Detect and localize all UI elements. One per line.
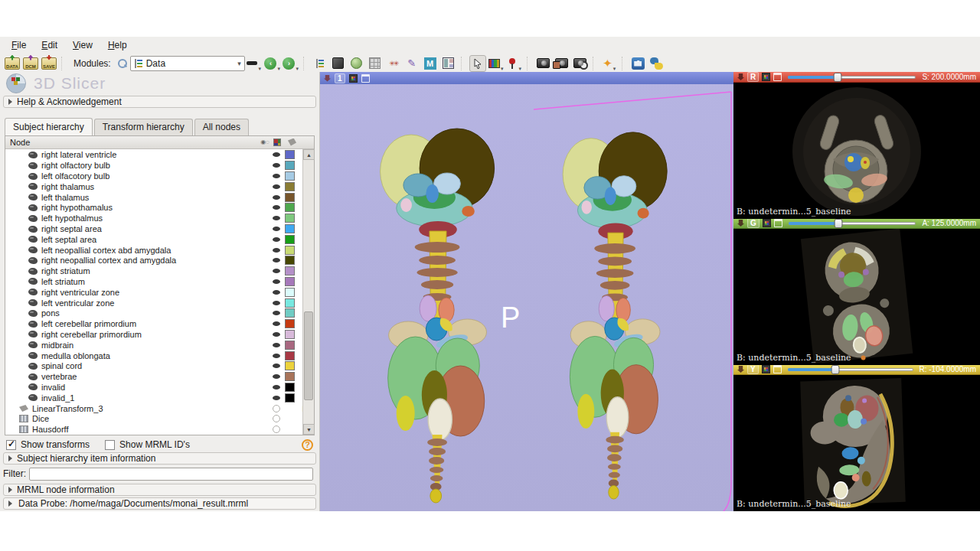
tree-row[interactable]: medulla oblongata <box>5 350 314 361</box>
mrml-node-information-section[interactable]: MRML node information <box>3 484 316 496</box>
visibility-eye-icon[interactable] <box>270 425 283 433</box>
tab-transform-hierarchy[interactable]: Transform hierarchy <box>94 119 193 135</box>
tree-row[interactable]: left septal area <box>5 234 314 245</box>
color-swatch[interactable] <box>285 203 295 212</box>
python-console-button[interactable] <box>648 55 665 72</box>
color-swatch[interactable] <box>285 150 295 159</box>
green-slice-viewport[interactable]: B: undetermin...5_baseline <box>733 229 980 365</box>
visibility-eye-icon[interactable] <box>270 321 283 326</box>
color-swatch[interactable] <box>285 361 295 370</box>
tree-row[interactable]: Dice <box>5 413 314 424</box>
color-swatch[interactable] <box>285 171 295 181</box>
module-back-button[interactable]: ‹▾ <box>264 55 281 72</box>
data-probe-section[interactable]: Data Probe: /home/maga/Documents/monai_r… <box>3 497 316 510</box>
markups-button[interactable]: ✳✳ <box>385 55 402 72</box>
color-swatch[interactable] <box>285 414 295 423</box>
visibility-eye-icon[interactable] <box>270 311 283 315</box>
visibility-eye-icon[interactable] <box>270 405 283 412</box>
visibility-eye-icon[interactable] <box>270 354 283 358</box>
slider-handle[interactable] <box>834 73 842 82</box>
color-swatch[interactable] <box>285 372 295 381</box>
show-mrml-ids-checkbox[interactable] <box>105 440 115 450</box>
visibility-eye-icon[interactable] <box>270 290 283 295</box>
menu-help[interactable]: Help <box>101 38 134 52</box>
color-swatch[interactable] <box>285 298 295 308</box>
yellow-slice-view[interactable]: Y R: -104.0000mm <box>733 364 980 510</box>
tree-row[interactable]: Hausdorff <box>5 424 314 434</box>
tree-row[interactable]: right septal area <box>5 223 314 234</box>
transform-column-icon[interactable] <box>288 139 296 146</box>
visibility-eye-icon[interactable] <box>270 374 283 379</box>
data-module-button[interactable] <box>312 55 328 72</box>
add-data-button[interactable]: DATA <box>4 55 21 72</box>
tree-row[interactable]: invalid <box>5 382 314 393</box>
tree-row[interactable]: left striatum <box>5 276 314 287</box>
pin-icon[interactable] <box>737 366 744 373</box>
place-point-button[interactable]: ▾ <box>506 55 523 72</box>
yellow-slice-viewport[interactable]: B: undetermin...5_baseline <box>733 375 980 511</box>
monai-module-button[interactable]: M <box>422 55 439 72</box>
visibility-eye-icon[interactable] <box>270 195 283 200</box>
visibility-eye-icon[interactable] <box>270 216 283 220</box>
module-history-button[interactable]: ▾ <box>246 55 263 72</box>
module-search-icon[interactable] <box>117 58 127 68</box>
maximize-view-icon[interactable] <box>774 219 782 227</box>
color-swatch[interactable] <box>285 266 295 276</box>
visibility-eye-icon[interactable] <box>270 415 283 422</box>
crosshair-color-button[interactable]: ▾ <box>488 55 505 72</box>
visibility-eye-icon[interactable] <box>270 301 283 305</box>
color-swatch[interactable] <box>285 161 295 170</box>
visibility-eye-icon[interactable] <box>270 205 283 210</box>
view-link-icon[interactable] <box>762 365 770 373</box>
visibility-eye-icon[interactable] <box>270 332 283 337</box>
color-swatch[interactable] <box>285 319 295 328</box>
tab-all-nodes[interactable]: All nodes <box>194 119 249 135</box>
yellow-slice-offset-slider[interactable] <box>788 366 913 373</box>
visibility-eye-icon[interactable] <box>270 163 283 168</box>
crosshair-button[interactable]: ✦▾ <box>601 55 618 72</box>
layout-selector-button[interactable] <box>440 55 457 72</box>
visibility-eye-icon[interactable] <box>270 237 283 242</box>
visibility-eye-icon[interactable] <box>270 152 283 157</box>
color-swatch[interactable] <box>285 277 295 286</box>
color-swatch[interactable] <box>285 224 295 233</box>
pin-icon[interactable] <box>737 220 744 227</box>
maximize-view-icon[interactable] <box>773 365 782 373</box>
color-swatch[interactable] <box>285 351 295 360</box>
tree-row[interactable]: spinal cord <box>5 360 314 371</box>
tree-row[interactable]: right ventricular zone <box>5 287 314 298</box>
visibility-eye-icon[interactable] <box>270 258 283 262</box>
color-swatch[interactable] <box>285 288 295 297</box>
models-button[interactable] <box>367 55 384 72</box>
view-link-icon[interactable] <box>349 74 358 83</box>
visibility-eye-icon[interactable] <box>270 364 283 368</box>
save-button[interactable]: SAVE <box>41 55 57 72</box>
tree-row[interactable]: LinearTransform_3 <box>5 403 314 414</box>
tree-row[interactable]: right striatum <box>5 266 314 276</box>
scene-views-button[interactable] <box>554 55 570 72</box>
maximize-view-icon[interactable] <box>773 73 782 81</box>
tree-row[interactable]: left hypothalmus <box>5 213 314 223</box>
tree-row[interactable]: left neopallial cortex abd amygdala <box>5 245 314 256</box>
tree-row[interactable]: pons <box>5 308 314 318</box>
color-swatch[interactable] <box>285 246 295 255</box>
color-swatch[interactable] <box>285 341 295 350</box>
view-link-icon[interactable] <box>763 219 771 227</box>
red-slice-offset-slider[interactable] <box>788 73 916 81</box>
green-slice-offset-slider[interactable] <box>789 220 916 227</box>
color-column-icon[interactable] <box>273 139 281 146</box>
scene-view-restore-button[interactable] <box>572 55 589 72</box>
color-swatch[interactable] <box>285 214 295 223</box>
color-swatch[interactable] <box>285 182 295 191</box>
tree-row[interactable]: right neopallial cortex and amygdala <box>5 256 314 266</box>
slider-handle[interactable] <box>834 219 842 228</box>
pin-icon[interactable] <box>324 75 331 82</box>
tree-row[interactable]: left cerebellar primordium <box>5 318 314 329</box>
color-swatch[interactable] <box>285 393 295 403</box>
module-forward-button[interactable]: ›▾ <box>283 55 299 72</box>
green-slice-view[interactable]: G A: 125.0000mm <box>733 218 980 364</box>
red-slice-view[interactable]: R S: 200.0000mm <box>733 72 980 218</box>
tree-row[interactable]: right cerebellar primordium <box>5 329 314 340</box>
tree-row[interactable]: left thalamus <box>5 192 314 203</box>
red-slice-viewport[interactable]: B: undetermin...5_baseline <box>733 83 980 219</box>
